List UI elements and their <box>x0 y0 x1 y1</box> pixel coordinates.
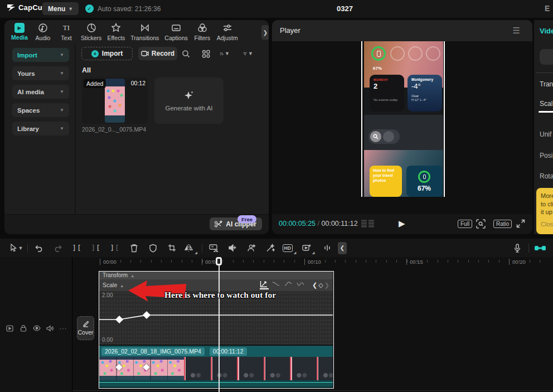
ruler-label: 00:00 <box>100 259 117 265</box>
cover-button[interactable]: Cover <box>77 316 94 340</box>
redo-button[interactable] <box>48 242 67 254</box>
free-badge: Free <box>237 215 256 223</box>
sidebar-item-ai-media[interactable]: AI media▼ <box>12 85 69 99</box>
record-button[interactable]: Record <box>138 47 177 60</box>
smart-edit-button[interactable] <box>204 242 223 254</box>
sort-icon[interactable]: ▼ <box>220 49 230 59</box>
export-partial-icon[interactable]: E <box>545 4 550 13</box>
import-button[interactable]: + Import <box>81 47 133 60</box>
media-clip-card[interactable]: Added 00:12 <box>82 78 148 124</box>
hamburger-menu-icon[interactable]: ☰ <box>513 26 520 36</box>
magic-wand-button[interactable] <box>261 242 280 254</box>
playhead-line[interactable] <box>219 257 220 392</box>
tab-stickers[interactable]: Stickers <box>78 20 104 43</box>
microphone-button[interactable] <box>508 242 527 254</box>
sidebar-item-import[interactable]: Import▼ <box>12 48 69 62</box>
filter-icon[interactable]: ▼ <box>243 49 253 59</box>
project-title: 0327 <box>337 4 353 13</box>
sidebar-item-yours[interactable]: Yours▼ <box>12 66 69 80</box>
transform-handle-right[interactable] <box>444 41 445 197</box>
tab-text[interactable]: TI Text <box>55 20 78 43</box>
tab-label: Effects <box>107 35 125 41</box>
tab-media[interactable]: ▶ Media <box>8 20 31 43</box>
keyframe-nav: ❮ ◇ ❯ <box>312 282 329 289</box>
camera-icon <box>141 50 149 57</box>
tab-captions[interactable]: Captions <box>162 20 190 43</box>
graph-editor-icon[interactable] <box>260 280 269 289</box>
video-tab-label[interactable]: Vide <box>540 27 553 35</box>
keyframe-diamond[interactable] <box>115 316 123 323</box>
transform-handle-left[interactable] <box>361 41 362 197</box>
undo-button[interactable] <box>30 242 48 254</box>
zoom-frame-icon[interactable] <box>476 219 486 229</box>
ratio-button[interactable]: Ratio <box>493 220 512 228</box>
fullscreen-icon[interactable] <box>516 219 526 229</box>
delete-button[interactable] <box>124 242 143 254</box>
timeline-ruler[interactable]: 00:00 00:05 00:10 00:15 00:20 <box>72 257 553 268</box>
hd-quality-button[interactable]: HD◢ <box>280 242 299 254</box>
properties-segmented-button[interactable] <box>540 49 553 65</box>
crop-button[interactable] <box>162 242 181 254</box>
tab-label: Transitions <box>130 35 159 41</box>
character-effect-button[interactable] <box>242 242 261 254</box>
ruler-label: 00:20 <box>509 259 526 265</box>
ease-in-out-curve-icon[interactable] <box>284 280 293 289</box>
delete-left-button[interactable]: ][ <box>86 242 105 254</box>
ai-clipper-button[interactable]: AI clipper Free <box>210 217 262 230</box>
tab-label: Captions <box>164 35 187 41</box>
check-icon: ✓ <box>85 4 94 13</box>
tab-effects[interactable]: Effects <box>104 20 128 43</box>
autosave-status: ✓ Auto saved: 21:26:36 <box>85 4 161 13</box>
pencil-icon <box>83 321 89 327</box>
capcut-logo-icon <box>7 4 16 12</box>
tooltip-close-button[interactable]: Clos <box>541 221 553 228</box>
full-button[interactable]: Full <box>458 220 472 228</box>
prev-keyframe-button[interactable]: ❮ <box>312 282 317 289</box>
split-button[interactable]: ][ <box>67 242 86 254</box>
compare-pages-icon[interactable] <box>361 220 374 228</box>
add-video-button[interactable]: ◢ <box>299 242 318 254</box>
chevron-down-icon: ▼ <box>248 51 253 56</box>
mirror-flip-button[interactable]: ◢ <box>181 242 200 254</box>
player-preview-area[interactable]: 67% MONDAY 2 No events today Montgomery … <box>272 41 532 214</box>
audio-levels-button[interactable] <box>318 242 337 254</box>
keyframe-diamond-button[interactable]: ◇ <box>318 282 323 289</box>
eye-visibility-icon[interactable] <box>32 324 41 332</box>
sidebar-item-library[interactable]: Library▼ <box>12 122 69 135</box>
more-options-icon[interactable]: ··· <box>59 324 67 332</box>
video-clip[interactable]: 2026_02_02_08_18_IMG_0075.MP4 00:00:11:1… <box>99 346 333 388</box>
search-icon[interactable] <box>181 49 191 59</box>
tab-adjustment[interactable]: Adjustm <box>214 20 241 43</box>
chevron-down-icon: ▼ <box>60 71 64 76</box>
ease-out-curve-icon[interactable] <box>272 280 281 289</box>
keyframe-diamond[interactable] <box>143 311 151 319</box>
tab-audio[interactable]: Audio <box>31 20 55 43</box>
menu-button[interactable]: Menu ▼ <box>42 2 79 15</box>
magnetic-link-toggle[interactable] <box>531 242 550 254</box>
mute-speaker-icon[interactable] <box>46 324 54 332</box>
layout-grid-icon[interactable] <box>201 49 211 59</box>
tab-filters[interactable]: Filters <box>191 20 214 43</box>
generate-with-ai-card[interactable]: Generate with AI <box>154 78 224 124</box>
more-tabs-button[interactable]: ❯ <box>261 25 269 40</box>
playhead-handle[interactable] <box>216 257 222 265</box>
tab-transitions[interactable]: Transitions <box>128 20 162 43</box>
bounce-curve-icon[interactable] <box>297 280 305 289</box>
clip-duration-label: 00:12 <box>131 80 145 86</box>
collapse-toolbar-button[interactable]: ❮ <box>338 242 347 254</box>
promo-widget: How to find your travel photos <box>370 166 402 197</box>
track-type-icon <box>6 324 14 332</box>
audio-enhance-button[interactable] <box>223 242 242 254</box>
clip-header: 2026_02_02_08_18_IMG_0075.MP4 00:00:11:1… <box>99 346 333 357</box>
play-button[interactable]: ▶ <box>399 219 405 229</box>
battery-ring-widget <box>371 46 386 61</box>
select-tool-button[interactable]: ▼ <box>7 242 26 254</box>
transform-section-header[interactable]: Transform▲ <box>99 272 333 279</box>
corner-chevron: ◢ <box>312 250 315 254</box>
chevron-down-icon: ▼ <box>60 89 64 94</box>
next-keyframe-button[interactable]: ❯ <box>324 282 329 289</box>
lock-icon[interactable] <box>19 324 27 332</box>
sidebar-item-spaces[interactable]: Spaces▼ <box>12 103 69 117</box>
mask-shield-button[interactable] <box>143 242 162 254</box>
delete-right-button[interactable]: ][ <box>105 242 124 254</box>
